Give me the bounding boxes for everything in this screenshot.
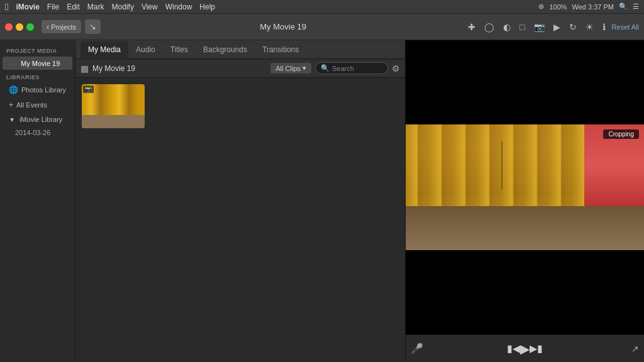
- clips-dropdown[interactable]: All Clips ▾: [270, 63, 311, 74]
- import-settings-icon[interactable]: ⚙: [392, 63, 400, 74]
- tab-audio[interactable]: Audio: [128, 41, 163, 58]
- sidebar-item-photos[interactable]: 🌐 Photos Library: [3, 83, 72, 97]
- close-button[interactable]: [5, 23, 13, 31]
- video-preview: Cropping: [406, 124, 644, 250]
- playback-row: 🎤 ▮◀ ▶ ▶▮ ↗: [406, 341, 644, 356]
- app-menu-window[interactable]: Window: [165, 3, 192, 11]
- my-movie-label: My Movie 19: [21, 60, 60, 67]
- notification-icon[interactable]: ☰: [633, 3, 639, 11]
- sidebar-item-imovie-library[interactable]: ▼ iMovie Library: [3, 113, 72, 126]
- tab-transitions[interactable]: Transitions: [255, 41, 306, 58]
- cropping-badge: Cropping: [603, 129, 639, 139]
- skip-back-button[interactable]: ▮◀: [507, 343, 520, 354]
- cursor-tool[interactable]: ✚: [465, 21, 478, 33]
- app-menu-modify[interactable]: Modify: [112, 3, 134, 11]
- app-menu-file[interactable]: File: [47, 3, 59, 11]
- fullscreen-button[interactable]: ↗: [631, 344, 639, 354]
- grid-view-icon[interactable]: ▦: [80, 63, 89, 74]
- tab-titles[interactable]: Titles: [163, 41, 196, 58]
- app-menu-help[interactable]: Help: [199, 3, 215, 11]
- crop-tool[interactable]: □: [517, 21, 527, 33]
- right-panel: Cropping 🎤 ▮◀ ▶ ▶▮ ↗: [405, 40, 644, 362]
- wifi-icon: ⊛: [538, 3, 544, 11]
- info-tool[interactable]: ℹ: [600, 21, 608, 33]
- skip-forward-button[interactable]: ▶▮: [530, 343, 543, 354]
- app-menu-imovie[interactable]: iMovie: [16, 3, 39, 11]
- preview-area: Cropping: [406, 40, 644, 334]
- project-name-label: My Movie 19: [92, 64, 135, 73]
- speed-tool[interactable]: ☀: [583, 21, 596, 33]
- sidebar-item-my-movie[interactable]: 🎥 My Movie 19: [3, 57, 72, 70]
- sidebar: PROJECT MEDIA 🎥 My Movie 19 LIBRARIES 🌐 …: [0, 40, 75, 362]
- stabilize-tool[interactable]: ↻: [567, 21, 579, 33]
- menu-bar-right: ⊛ 100% Wed 3:37 PM 🔍 ☰: [538, 3, 639, 11]
- collapse-arrow: ▼: [9, 116, 15, 123]
- play-button[interactable]: ▶: [520, 341, 530, 356]
- search-menu-icon[interactable]: 🔍: [619, 3, 628, 11]
- media-toolbar: ▦ My Movie 19 All Clips ▾ 🔍 ⚙: [75, 59, 405, 78]
- apple-menu[interactable]: : [5, 1, 8, 12]
- projects-button[interactable]: Projects: [42, 20, 81, 33]
- movie-icon: 🎥: [9, 59, 18, 67]
- color-tool[interactable]: ◯: [482, 21, 497, 33]
- microphone-button[interactable]: 🎤: [411, 343, 423, 354]
- thumbnail-icon: 📷: [83, 85, 94, 93]
- clock: Wed 3:37 PM: [572, 3, 614, 11]
- battery-indicator: 100%: [549, 3, 567, 11]
- libraries-label: LIBRARIES: [0, 70, 75, 82]
- tab-my-media[interactable]: My Media: [80, 41, 128, 58]
- menu-bar:  iMovie File Edit Mark Modify View Wind…: [0, 0, 644, 14]
- content-area: My Media Audio Titles Backgrounds Transi…: [75, 40, 405, 362]
- main-area: PROJECT MEDIA 🎥 My Movie 19 LIBRARIES 🌐 …: [0, 40, 644, 362]
- filter-tool[interactable]: ◐: [501, 21, 513, 33]
- tab-backgrounds[interactable]: Backgrounds: [196, 41, 255, 58]
- imovie-library-label: iMovie Library: [19, 116, 62, 123]
- preview-image: [406, 124, 644, 250]
- search-input[interactable]: [332, 65, 382, 72]
- photos-library-label: Photos Library: [21, 86, 66, 94]
- photos-icon: 🌐: [9, 85, 18, 94]
- sidebar-item-all-events[interactable]: + All Events: [3, 98, 72, 112]
- reset-all-button[interactable]: Reset All: [612, 23, 639, 31]
- movie-title: My Movie 19: [104, 22, 462, 31]
- minimize-button[interactable]: [16, 23, 23, 31]
- sidebar-item-date[interactable]: 2014-03-26: [3, 127, 72, 138]
- maximize-button[interactable]: [26, 23, 34, 31]
- toolbar: Projects ↘ My Movie 19 ✚ ◯ ◐ □ 📷 ▶ ↻ ☀ ℹ…: [0, 14, 644, 40]
- app-menu-edit[interactable]: Edit: [67, 3, 80, 11]
- playback-controls: 🎤 ▮◀ ▶ ▶▮ ↗: [406, 334, 644, 362]
- search-box: 🔍: [315, 62, 388, 74]
- app-menu-view[interactable]: View: [142, 3, 158, 11]
- import-button[interactable]: ↘: [85, 19, 101, 34]
- search-icon: 🔍: [321, 64, 330, 72]
- plus-icon: +: [9, 101, 13, 109]
- media-thumbnail[interactable]: 📷: [82, 84, 145, 128]
- media-browser: ▦ My Movie 19 All Clips ▾ 🔍 ⚙ 📷: [75, 59, 405, 362]
- tabs-bar: My Media Audio Titles Backgrounds Transi…: [75, 40, 405, 59]
- app-menu-mark[interactable]: Mark: [87, 3, 104, 11]
- date-label: 2014-03-26: [15, 129, 50, 136]
- media-grid: 📷: [75, 78, 405, 362]
- project-media-label: PROJECT MEDIA: [0, 44, 75, 56]
- all-events-label: All Events: [16, 101, 47, 109]
- camera-tool[interactable]: 📷: [531, 21, 547, 33]
- audio-tool[interactable]: ▶: [551, 21, 563, 33]
- toolbar-right-tools: ✚ ◯ ◐ □ 📷 ▶ ↻ ☀ ℹ Reset All: [465, 21, 639, 33]
